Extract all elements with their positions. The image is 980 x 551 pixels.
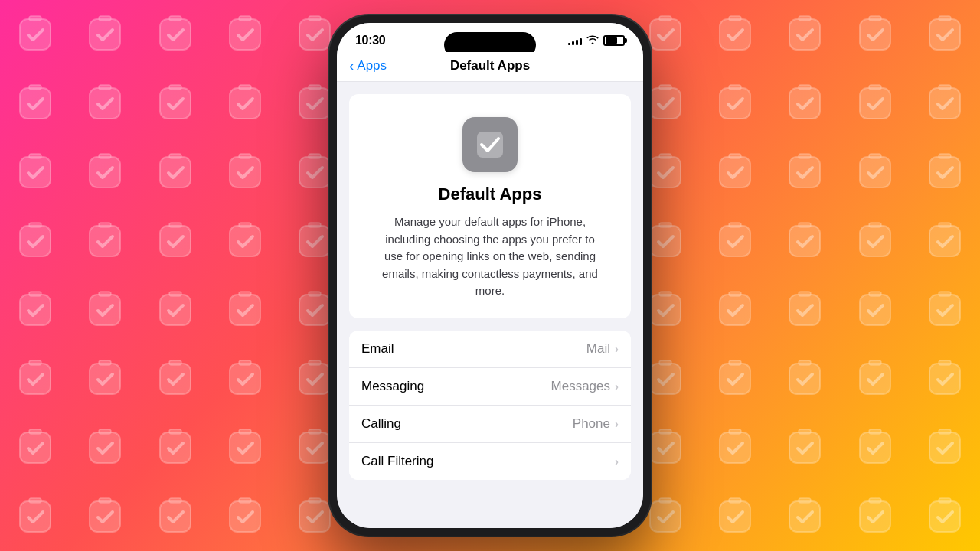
svg-rect-2 bbox=[90, 19, 120, 50]
settings-row-calling[interactable]: Calling Phone › bbox=[349, 406, 631, 443]
settings-row-email[interactable]: Email Mail › bbox=[349, 331, 631, 368]
svg-rect-84 bbox=[20, 226, 51, 256]
svg-rect-109 bbox=[869, 223, 881, 227]
svg-rect-90 bbox=[230, 226, 260, 256]
bg-checkmark-icon bbox=[0, 0, 70, 69]
svg-rect-0 bbox=[20, 19, 51, 50]
svg-rect-176 bbox=[299, 432, 330, 463]
bg-checkmark-icon bbox=[140, 0, 210, 69]
svg-rect-34 bbox=[230, 88, 260, 119]
svg-rect-218 bbox=[789, 501, 820, 532]
svg-rect-131 bbox=[659, 292, 671, 296]
svg-rect-29 bbox=[29, 85, 41, 90]
svg-rect-115 bbox=[99, 292, 111, 296]
svg-rect-19 bbox=[659, 16, 671, 21]
svg-rect-58 bbox=[90, 157, 120, 187]
svg-rect-147 bbox=[239, 360, 251, 365]
svg-rect-48 bbox=[720, 88, 750, 119]
svg-rect-221 bbox=[869, 498, 881, 503]
svg-rect-117 bbox=[169, 292, 181, 296]
svg-rect-61 bbox=[169, 154, 181, 158]
svg-rect-200 bbox=[160, 501, 191, 532]
bg-checkmark-icon bbox=[140, 69, 210, 138]
svg-rect-111 bbox=[939, 223, 951, 227]
signal-bars-icon bbox=[568, 36, 582, 45]
svg-rect-149 bbox=[309, 360, 321, 365]
call-filtering-value-group: › bbox=[610, 455, 619, 468]
svg-rect-88 bbox=[160, 226, 191, 256]
svg-rect-85 bbox=[29, 223, 41, 227]
svg-rect-196 bbox=[20, 501, 51, 532]
signal-bar-2 bbox=[572, 41, 574, 45]
bg-checkmark-icon bbox=[0, 413, 70, 482]
back-label[interactable]: Apps bbox=[357, 58, 387, 73]
bg-checkmark-icon bbox=[910, 276, 980, 344]
bg-checkmark-icon bbox=[70, 344, 139, 413]
svg-rect-74 bbox=[650, 157, 681, 187]
svg-rect-217 bbox=[729, 498, 741, 503]
bg-checkmark-icon bbox=[840, 207, 910, 276]
settings-list: Email Mail › Messaging Messages › Callin… bbox=[349, 331, 631, 480]
bg-checkmark-icon bbox=[770, 207, 840, 276]
svg-rect-82 bbox=[929, 157, 960, 187]
svg-rect-135 bbox=[799, 292, 811, 296]
svg-rect-62 bbox=[230, 157, 260, 187]
settings-row-messaging[interactable]: Messaging Messages › bbox=[349, 368, 631, 406]
svg-rect-64 bbox=[299, 157, 330, 187]
svg-rect-170 bbox=[90, 432, 120, 463]
svg-rect-4 bbox=[160, 19, 191, 50]
messaging-label: Messaging bbox=[361, 379, 424, 394]
svg-rect-3 bbox=[99, 16, 111, 21]
svg-rect-49 bbox=[729, 85, 741, 90]
svg-rect-92 bbox=[299, 226, 330, 256]
bg-checkmark-icon bbox=[840, 344, 910, 413]
signal-bar-4 bbox=[580, 38, 582, 45]
svg-rect-47 bbox=[659, 85, 671, 90]
email-value: Mail bbox=[586, 341, 610, 357]
svg-rect-140 bbox=[20, 364, 51, 394]
calling-value-group: Phone › bbox=[573, 416, 619, 432]
svg-rect-118 bbox=[230, 295, 260, 325]
status-icons bbox=[568, 35, 625, 47]
svg-rect-20 bbox=[720, 19, 750, 50]
svg-rect-220 bbox=[860, 501, 890, 532]
svg-rect-165 bbox=[869, 360, 881, 365]
bg-checkmark-icon bbox=[210, 207, 279, 276]
svg-rect-25 bbox=[869, 16, 881, 21]
back-button[interactable]: ‹ Apps bbox=[349, 57, 387, 74]
svg-rect-216 bbox=[720, 501, 750, 532]
nav-bar: ‹ Apps Default Apps bbox=[337, 52, 643, 82]
bg-checkmark-icon bbox=[700, 482, 769, 551]
bg-checkmark-icon bbox=[0, 138, 70, 207]
settings-row-call-filtering[interactable]: Call Filtering › bbox=[349, 443, 631, 480]
bg-checkmark-icon bbox=[70, 207, 139, 276]
svg-rect-81 bbox=[869, 154, 881, 158]
svg-rect-191 bbox=[799, 429, 811, 434]
svg-rect-171 bbox=[99, 429, 111, 434]
svg-rect-133 bbox=[729, 292, 741, 296]
svg-rect-52 bbox=[860, 88, 890, 119]
svg-rect-107 bbox=[799, 223, 811, 227]
phone-frame: 10:30 bbox=[329, 15, 651, 536]
svg-rect-54 bbox=[929, 88, 960, 119]
bg-checkmark-icon bbox=[140, 413, 210, 482]
svg-rect-7 bbox=[239, 16, 251, 21]
svg-rect-83 bbox=[939, 154, 951, 158]
svg-rect-23 bbox=[799, 16, 811, 21]
svg-rect-119 bbox=[239, 292, 251, 296]
svg-rect-26 bbox=[929, 19, 960, 50]
svg-rect-36 bbox=[299, 88, 330, 119]
svg-rect-142 bbox=[90, 364, 120, 394]
bg-checkmark-icon bbox=[700, 69, 769, 138]
svg-rect-215 bbox=[659, 498, 671, 503]
svg-rect-164 bbox=[860, 364, 890, 394]
svg-rect-134 bbox=[789, 295, 820, 325]
signal-bar-1 bbox=[568, 43, 570, 45]
bg-checkmark-icon bbox=[210, 276, 279, 344]
hero-title: Default Apps bbox=[439, 184, 542, 204]
messaging-value-group: Messages › bbox=[551, 379, 619, 394]
svg-rect-35 bbox=[239, 85, 251, 90]
bg-checkmark-icon bbox=[910, 138, 980, 207]
svg-rect-173 bbox=[169, 429, 181, 434]
bg-checkmark-icon bbox=[700, 138, 769, 207]
